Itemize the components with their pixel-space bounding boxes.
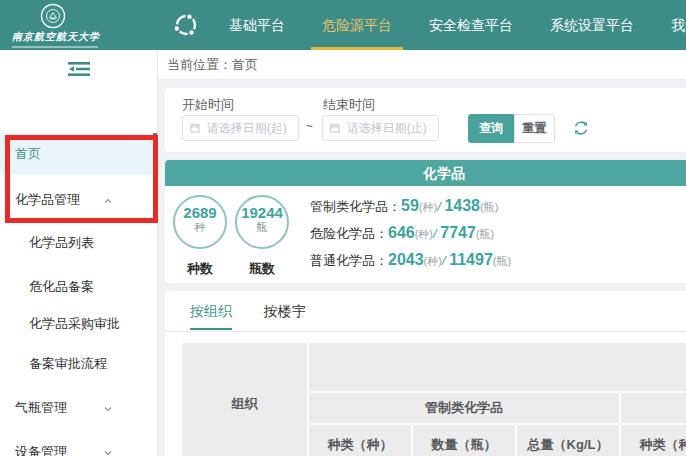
university-seal-icon (40, 3, 66, 29)
sidebar-item-chemical-list[interactable]: 化学品列表 (0, 225, 157, 261)
chevron-down-icon (104, 405, 112, 413)
nav-tab-safety-check-platform[interactable]: 安全检查平台 (418, 0, 524, 50)
sidebar-item-chemical-management[interactable]: 化学品管理 (0, 182, 157, 218)
sidebar-item-gas-cylinder-management[interactable]: 气瓶管理 (0, 390, 157, 426)
tab-by-building[interactable]: 按楼宇 (264, 299, 306, 330)
stat-bottles-unit: (瓶) (476, 228, 494, 240)
species-count-unit: 种 (175, 221, 225, 234)
calendar-icon (190, 122, 200, 134)
chemicals-by-org-table: 组织 管制类化学品 种类（种） 数量（瓶） 总量（Kg/L） 种类（种） (180, 341, 686, 456)
org-column-header: 组织 (182, 343, 307, 456)
main-nav: 基础平台 危险源平台 安全检查平台 系统设置平台 我的 (218, 0, 686, 50)
stat-bottles-unit: (瓶) (480, 201, 498, 213)
stat-types-unit: (种) (424, 255, 442, 267)
tab-by-organization[interactable]: 按组织 (190, 299, 232, 330)
statistics-table-panel: 按组织 按楼宇 组织 管制类化学品 种类（种） 数量（瓶） 总量（Kg/L） 种… (165, 291, 686, 456)
end-time-label: 结束时间 (323, 96, 375, 114)
stat-separator: / (442, 253, 446, 268)
dangerous-chemicals-stat: 危险化学品：646(种)/ 7747(瓶) (310, 224, 494, 243)
column-header-quantity: 数量（瓶） (413, 425, 515, 456)
sidebar-item-purchase-approval[interactable]: 化学品采购审批 (0, 306, 157, 342)
date-filter-panel: 开始时间 结束时间 ~ 查询 重置 (165, 88, 686, 152)
start-date-input[interactable] (182, 115, 299, 141)
table-top-spacer-cell (309, 343, 686, 391)
controlled-group-header: 管制类化学品 (309, 393, 619, 423)
stat-types-value: 646 (388, 224, 415, 241)
stat-types-unit: (种) (415, 228, 433, 240)
controlled-chemicals-stat: 管制类化学品：59(种)/ 1438(瓶) (310, 197, 498, 216)
chemical-stats-panel: 化学品 2689 种 19244 瓶 种数 瓶数 管制类化学品：59(种)/ 1… (165, 160, 686, 283)
sidebar-item-home[interactable]: 首页 (0, 133, 157, 175)
top-navbar: 南京航空航天大学 基础平台 危险源平台 安全检查平台 系统设置平台 我的 (0, 0, 686, 50)
sidebar-item-label: 备案审批流程 (29, 356, 107, 371)
stat-types-value: 59 (401, 197, 419, 214)
stat-bottles-value: 7747 (440, 224, 476, 241)
column-header-total: 总量（Kg/L） (517, 425, 619, 456)
stat-types-value: 2043 (388, 251, 424, 268)
stat-bottles-unit: (瓶) (493, 255, 511, 267)
sidebar-item-label: 化学品列表 (29, 235, 94, 250)
species-count-label: 种数 (173, 260, 227, 278)
start-date-field[interactable] (205, 120, 291, 136)
stat-bottles-value: 11497 (449, 251, 493, 268)
sidebar-item-label: 设备管理 (15, 444, 67, 456)
start-time-label: 开始时间 (182, 96, 234, 114)
ordinary-chemicals-stat: 普通化学品：2043(种)/ 11497(瓶) (310, 251, 511, 270)
stat-label: 管制类化学品： (310, 199, 401, 214)
sidebar-item-label: 化学品采购审批 (29, 316, 120, 331)
nav-tab-base-platform[interactable]: 基础平台 (218, 0, 296, 50)
stat-label: 普通化学品： (310, 253, 388, 268)
refresh-icon[interactable] (572, 119, 590, 137)
chevron-down-icon (104, 449, 112, 456)
sidebar-item-label: 气瓶管理 (15, 400, 67, 415)
sidebar-item-equipment-management[interactable]: 设备管理 (0, 434, 157, 456)
species-count-value: 2689 (175, 205, 225, 221)
stat-bottles-value: 1438 (444, 197, 480, 214)
breadcrumb-text: 当前位置：首页 (167, 57, 258, 72)
sidebar-item-label: 危化品备案 (29, 279, 94, 294)
bottle-count-value: 19244 (237, 205, 287, 221)
panel-title: 化学品 (165, 160, 686, 186)
reset-button[interactable]: 重置 (514, 114, 555, 143)
nav-tab-system-settings-platform[interactable]: 系统设置平台 (539, 0, 645, 50)
sidebar-item-label: 首页 (15, 146, 41, 161)
column-header-types-next-group: 种类（种） (621, 425, 686, 456)
column-header-types: 种类（种） (309, 425, 411, 456)
sidebar: 首页 化学品管理 化学品列表 危化品备案 化学品采购审批 备案审批流程 气瓶管理… (0, 50, 158, 456)
nav-tab-mine[interactable]: 我的 (660, 0, 686, 50)
menu-fold-icon[interactable] (0, 61, 157, 80)
stat-separator: / (437, 199, 441, 214)
bottle-count-circle: 19244 瓶 (235, 195, 289, 249)
chevron-up-icon (104, 197, 112, 205)
university-subtitle-line (12, 46, 98, 48)
sidebar-item-filing-approval-flow[interactable]: 备案审批流程 (0, 346, 157, 382)
bottle-count-unit: 瓶 (237, 221, 287, 234)
breadcrumb: 当前位置：首页 (158, 50, 686, 80)
stat-label: 危险化学品： (310, 226, 388, 241)
share-icon[interactable] (172, 11, 200, 39)
calendar-icon (330, 122, 340, 134)
date-range-separator: ~ (306, 119, 313, 133)
search-button[interactable]: 查询 (468, 114, 514, 143)
bottle-count-label: 瓶数 (235, 260, 289, 278)
nav-tab-hazard-platform[interactable]: 危险源平台 (311, 0, 403, 50)
stat-separator: / (433, 226, 437, 241)
university-name: 南京航空航天大学 (12, 30, 132, 44)
end-date-input[interactable] (322, 115, 439, 141)
next-group-header-cell (621, 393, 686, 423)
university-logo: 南京航空航天大学 (12, 3, 132, 48)
sidebar-item-label: 化学品管理 (15, 192, 80, 207)
view-tabs: 按组织 按楼宇 (165, 291, 686, 332)
sidebar-item-hazchem-filing[interactable]: 危化品备案 (0, 269, 157, 305)
stat-types-unit: (种) (419, 201, 437, 213)
species-count-circle: 2689 种 (173, 195, 227, 249)
end-date-field[interactable] (345, 120, 431, 136)
